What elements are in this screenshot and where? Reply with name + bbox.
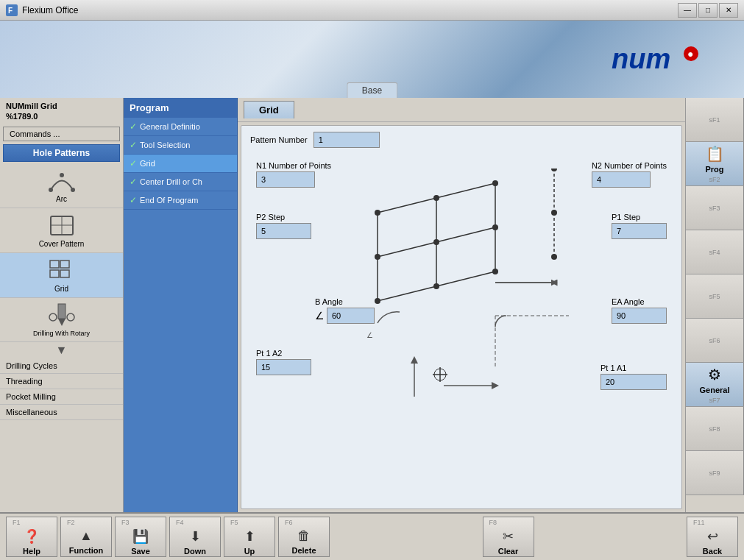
delete-button[interactable]: F6 🗑 Delete [278, 517, 330, 557]
sf7-button[interactable]: ⚙ General sF7 [686, 363, 744, 407]
pattern-number-input[interactable] [313, 132, 380, 148]
down-icon: ⬇ [190, 528, 201, 545]
program-item-general-def[interactable]: ✓ General Definitio [124, 118, 237, 136]
hole-patterns-button[interactable]: Hole Patterns [3, 144, 120, 162]
base-tab[interactable]: Base [347, 82, 397, 98]
pt1-a2-label: Pt 1 A2 [256, 349, 311, 358]
maximize-button[interactable]: □ [698, 3, 718, 18]
sf1-label: sF1 [709, 116, 720, 124]
program-item-end-program[interactable]: ✓ End Of Program [124, 191, 237, 210]
close-button[interactable]: ✕ [719, 3, 738, 18]
up-button[interactable]: F5 ⬆ Up [224, 517, 275, 557]
window-controls: — □ ✕ [678, 3, 738, 18]
clear-button[interactable]: F8 ✂ Clear [483, 517, 534, 557]
svg-line-19 [378, 242, 436, 257]
pt1-a1-field-group: Pt 1 A1 [600, 364, 667, 390]
pattern-number-label: Pattern Number [250, 135, 308, 144]
sidebar-item-arc[interactable]: Arc [0, 163, 123, 208]
window-title: Flexium Office [22, 5, 678, 15]
sf6-button[interactable]: sF6 [686, 319, 744, 363]
sf2-button[interactable]: 📋 Prog sF2 [686, 142, 744, 186]
clear-label: Clear [498, 547, 519, 556]
ea-angle-input[interactable] [612, 308, 667, 324]
svg-marker-49 [411, 356, 418, 364]
ea-angle-field-group: EA Angle [612, 297, 667, 324]
svg-rect-10 [60, 260, 69, 268]
svg-point-7 [60, 173, 64, 177]
program-item-grid[interactable]: ✓ Grid [124, 155, 237, 173]
cover-pattern-icon [47, 213, 77, 238]
back-button[interactable]: F11 ↩ Back [687, 517, 738, 557]
sidebar-item-miscellaneous[interactable]: Miscellaneous [0, 405, 123, 420]
b-angle-input[interactable] [327, 308, 375, 324]
program-item-center-drill[interactable]: ✓ Center Drill or Ch [124, 173, 237, 191]
svg-point-40 [551, 169, 557, 171]
minimize-button[interactable]: — [678, 3, 697, 18]
n1-input[interactable] [256, 171, 315, 188]
sf2-sublabel: Prog [705, 165, 723, 174]
up-fn: F5 [230, 519, 238, 526]
sf1-button[interactable]: sF1 [686, 98, 744, 142]
grid-icon [47, 258, 77, 283]
help-button[interactable]: F1 ❓ Help [6, 517, 57, 557]
save-fn: F3 [121, 519, 130, 526]
svg-rect-11 [50, 270, 59, 277]
svg-line-18 [436, 183, 495, 198]
program-panel: Program ✓ General Definitio ✓ Tool Selec… [124, 98, 238, 512]
down-label: Down [184, 547, 206, 556]
svg-point-36 [492, 224, 498, 230]
svg-line-17 [378, 198, 436, 213]
svg-text:num: num [612, 43, 670, 74]
diagram-area: N1 Number of Points N2 Number of Points … [249, 154, 674, 507]
sf3-label: sF3 [709, 205, 720, 212]
program-item-tool-selection[interactable]: ✓ Tool Selection [124, 136, 237, 155]
clear-fn: F8 [489, 519, 497, 526]
b-angle-field-group: B Angle ∠ [315, 297, 375, 324]
angle-symbol: ∠ [315, 310, 325, 322]
sf5-button[interactable]: sF5 [686, 274, 744, 319]
sf6-label: sF6 [709, 337, 720, 344]
svg-point-41 [551, 210, 557, 216]
svg-line-22 [436, 272, 495, 286]
content-area: NUMmill Grid %1789.0 Commands ... Hole P… [0, 98, 744, 512]
commands-button[interactable]: Commands ... [3, 127, 120, 141]
arc-icon [47, 168, 77, 194]
sidebar-item-grid[interactable]: Grid [0, 253, 123, 298]
svg-marker-51 [492, 382, 499, 389]
down-button[interactable]: F4 ⬇ Down [169, 517, 221, 557]
up-icon: ⬆ [244, 528, 255, 545]
svg-rect-13 [58, 304, 65, 319]
help-icon: ❓ [24, 528, 40, 545]
sf4-button[interactable]: sF4 [686, 230, 744, 274]
sidebar-item-threading[interactable]: Threading [0, 374, 123, 389]
main-container: Base num ● NUMmill Grid %1789.0 Commands… [0, 21, 744, 560]
svg-point-34 [375, 254, 380, 260]
p2-input[interactable] [256, 223, 311, 239]
svg-text:F: F [8, 7, 13, 15]
sidebar-item-drilling[interactable]: Drilling With Rotary [0, 298, 123, 342]
program-header: Program [124, 98, 237, 118]
svg-line-21 [378, 286, 436, 301]
back-icon: ↩ [707, 528, 718, 545]
save-button[interactable]: F3 💾 Save [115, 517, 166, 557]
sf2-fn-label: sF2 [709, 176, 720, 183]
svg-point-35 [433, 239, 439, 245]
sf3-button[interactable]: sF3 [686, 186, 744, 230]
sidebar-item-pocket-milling[interactable]: Pocket Milling [0, 389, 123, 405]
svg-point-38 [433, 283, 439, 289]
svg-text:●: ● [687, 48, 693, 60]
svg-rect-9 [50, 260, 59, 268]
sidebar-item-cover-pattern[interactable]: Cover Pattern [0, 208, 123, 253]
grid-tab-button[interactable]: Grid [244, 101, 294, 118]
sidebar-item-drilling-cycles[interactable]: Drilling Cycles [0, 358, 123, 374]
pt1-a1-input[interactable] [600, 374, 667, 390]
function-button[interactable]: F2 ▲ Function [60, 517, 112, 557]
up-label: Up [244, 547, 255, 556]
pt1-a2-input[interactable] [256, 359, 311, 375]
app-icon: F [6, 4, 18, 16]
sf9-button[interactable]: sF9 [686, 451, 744, 495]
sf8-button[interactable]: sF8 [686, 407, 744, 451]
pt1-a1-label: Pt 1 A1 [600, 364, 667, 372]
left-sidebar: NUMmill Grid %1789.0 Commands ... Hole P… [0, 98, 124, 512]
delete-fn: F6 [285, 519, 293, 526]
